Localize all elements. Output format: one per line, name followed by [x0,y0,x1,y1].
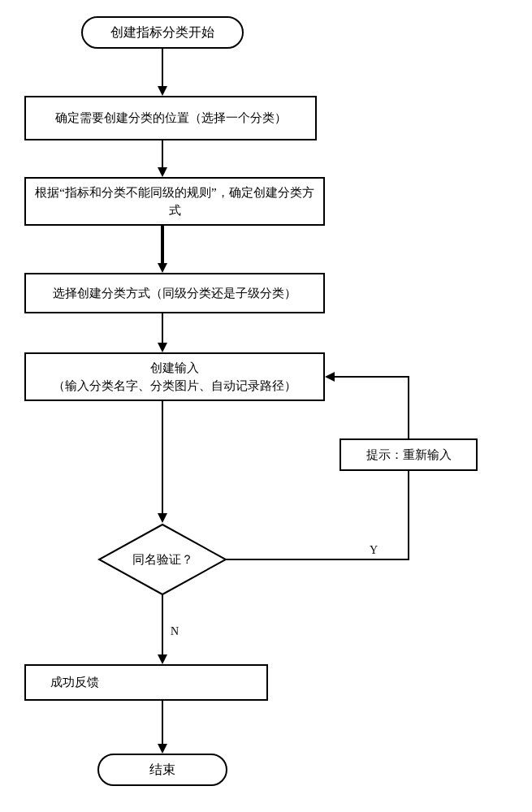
arrowhead-step3-step4 [158,343,167,352]
end-label: 结束 [149,762,175,779]
arrowhead-start-step1 [158,86,167,96]
end-terminator: 结束 [97,754,227,786]
arrowhead-step1-step2 [158,167,167,177]
reinput-box: 提示：重新输入 [340,438,478,471]
arrow-reinput-left [335,376,409,378]
arrowhead-reinput-step4 [325,372,335,382]
step4-box: 创建输入 （输入分类名字、分类图片、自动记录路径） [24,352,325,401]
decision-diamond: 同名验证？ [97,523,227,596]
arrow-step4-decision [162,401,163,515]
start-label: 创建指标分类开始 [110,24,214,41]
arrow-step3-step4 [162,313,163,344]
arrow-decision-down [162,594,163,656]
feedback-label: 成功反馈 [50,673,99,692]
step3-box: 选择创建分类方式（同级分类还是子级分类） [24,273,325,313]
arrow-step1-step2 [162,140,163,169]
arrow-step2-step3 [161,226,164,265]
step2-box: 根据“指标和分类不能同级的规则”，确定创建分类方式 [24,177,325,226]
start-terminator: 创建指标分类开始 [81,16,244,49]
arrow-feedback-end [162,701,163,745]
arrow-decision-right [226,559,409,560]
step3-label: 选择创建分类方式（同级分类还是子级分类） [53,284,296,303]
step1-label: 确定需要创建分类的位置（选择一个分类） [55,109,287,127]
step2-label: 根据“指标和分类不能同级的规则”，确定创建分类方式 [30,184,319,220]
arrow-decision-up-to-reinput [408,471,409,560]
arrow-reinput-up [408,377,409,438]
arrowhead-step2-step3 [158,263,167,273]
reinput-label: 提示：重新输入 [366,446,452,464]
feedback-box: 成功反馈 [24,664,268,701]
arrowhead-feedback-end [158,744,167,754]
decision-label: 同名验证？ [132,552,193,568]
arrowhead-decision-feedback [158,654,167,664]
arrow-start-step1 [162,49,163,88]
step4-label-line1: 创建输入 [150,359,199,378]
step1-box: 确定需要创建分类的位置（选择一个分类） [24,96,317,140]
arrowhead-step4-decision [158,513,167,523]
step4-label-line2: （输入分类名字、分类图片、自动记录路径） [53,377,296,395]
no-label: N [171,625,179,638]
yes-label: Y [370,544,378,557]
